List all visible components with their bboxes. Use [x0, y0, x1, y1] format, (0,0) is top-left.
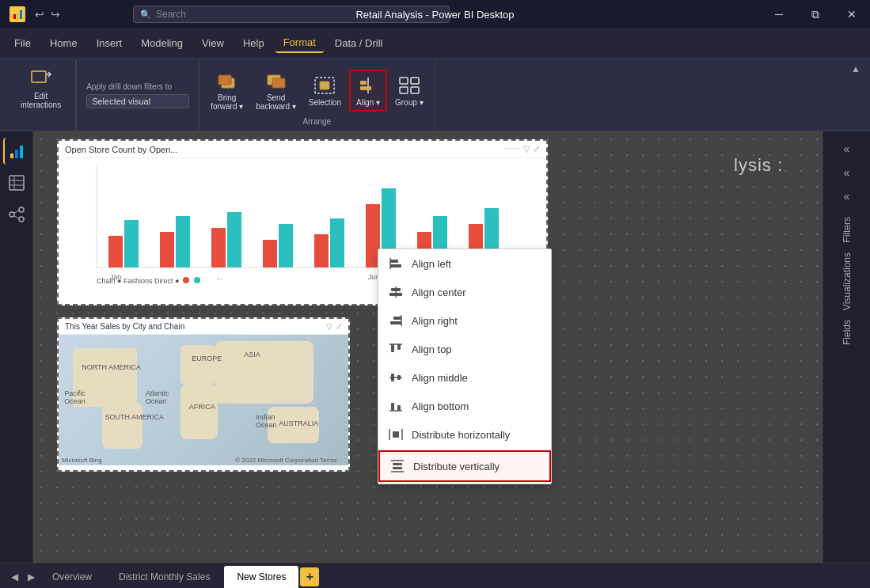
svg-rect-78 [393, 463, 402, 465]
svg-rect-15 [411, 78, 419, 84]
title-bar: ↩ ↪ Retail Analysis - Power BI Desktop 🔍… [0, 0, 870, 28]
align-center-icon [388, 284, 404, 300]
menu-help[interactable]: Help [235, 34, 272, 52]
edit-interactions-label: Editinteractions [21, 92, 61, 109]
selection-icon [312, 74, 337, 97]
chart-filter-icon[interactable]: ▽ [523, 144, 530, 154]
fields-panel-label[interactable]: Fields [842, 320, 853, 345]
right-panel: « « « Filters Visualizations Fields [823, 131, 870, 563]
redo-btn[interactable]: ↪ [51, 8, 60, 21]
align-bottom-icon [388, 398, 404, 414]
menu-data-drill[interactable]: Data / Drill [327, 34, 391, 52]
align-center-item[interactable]: Align center [378, 278, 551, 306]
map-label-pac: PacificOcean [64, 389, 85, 405]
svg-line-29 [14, 216, 19, 218]
svg-rect-21 [9, 176, 24, 190]
svg-rect-38 [263, 240, 277, 267]
align-label: Align ▾ [356, 98, 380, 107]
drill-down-group: Apply drill down filters to Selected vis… [77, 60, 199, 131]
svg-rect-41 [330, 218, 344, 267]
svg-rect-70 [391, 403, 394, 411]
close-btn[interactable]: ✕ [834, 0, 870, 28]
tab-new-stores[interactable]: New Stores [224, 566, 298, 588]
svg-rect-17 [411, 87, 419, 93]
report-view-icon[interactable] [3, 138, 30, 165]
model-view-icon[interactable] [3, 201, 30, 228]
align-btn[interactable]: Align ▾ [349, 70, 387, 112]
menu-insert[interactable]: Insert [89, 34, 131, 52]
svg-rect-54 [390, 260, 398, 263]
selection-btn[interactable]: Selection [304, 71, 346, 110]
tab-overview[interactable]: Overview [40, 566, 104, 588]
filters-panel-label[interactable]: Filters [842, 217, 853, 243]
align-left-item[interactable]: Align left [378, 249, 551, 278]
ribbon-interactions-group: Editinteractions Edit interactions [6, 60, 76, 131]
collapse-vis-btn[interactable]: « [836, 161, 858, 184]
map-visual: This Year Sales by City and Chain ▽ ⤢ [57, 317, 350, 472]
map-label-eu: EUROPE [192, 355, 222, 362]
svg-rect-64 [391, 344, 394, 352]
distribute-vertically-item[interactable]: Distribute vertically [378, 450, 551, 482]
app-icon [9, 6, 25, 22]
svg-rect-6 [218, 75, 231, 85]
svg-rect-79 [393, 467, 402, 469]
group-btn[interactable]: Group ▾ [390, 71, 428, 110]
map-copyright: © 2022 Microsoft Corporation Terms [235, 457, 336, 464]
send-backward-btn[interactable]: Sendbackward ▾ [251, 66, 301, 114]
svg-rect-4 [32, 71, 46, 82]
menu-modeling[interactable]: Modeling [133, 34, 191, 52]
page-tabs: ◀ ▶ Overview District Monthly Sales New … [0, 563, 870, 588]
align-icon [355, 74, 381, 97]
ribbon-collapse[interactable]: ▲ [848, 60, 864, 131]
chart-expand-icon[interactable]: ⤢ [533, 144, 540, 154]
distribute-horizontally-item[interactable]: Distribute horizontally [378, 420, 551, 449]
align-middle-item[interactable]: Align middle [378, 363, 551, 392]
map-label-sa: SOUTH AMERICA [105, 413, 165, 421]
undo-btn[interactable]: ↩ [35, 8, 44, 21]
visualizations-panel-label[interactable]: Visualizations [842, 252, 853, 310]
prev-page-btn[interactable]: ◀ [6, 571, 23, 582]
svg-rect-12 [360, 81, 367, 85]
svg-rect-13 [360, 86, 371, 90]
svg-text:...: ... [216, 273, 222, 281]
svg-rect-1 [13, 14, 16, 19]
window-controls: ─ ⧉ ✕ [761, 0, 870, 28]
svg-rect-59 [389, 293, 402, 296]
menu-home[interactable]: Home [42, 34, 85, 52]
align-bottom-item[interactable]: Align bottom [378, 392, 551, 420]
menu-view[interactable]: View [194, 34, 232, 52]
bring-forward-btn[interactable]: Bringforward ▾ [206, 66, 248, 114]
align-top-icon [388, 341, 404, 357]
canvas-area[interactable]: Open Store Count by Open... ⋯⋯ ▽ ⤢ [33, 131, 823, 563]
group-label: Group ▾ [395, 98, 424, 107]
align-middle-icon [388, 370, 404, 385]
data-view-icon[interactable] [3, 169, 30, 196]
restore-btn[interactable]: ⧉ [797, 0, 834, 28]
svg-point-26 [19, 207, 24, 212]
svg-line-28 [14, 211, 19, 213]
next-page-btn[interactable]: ▶ [23, 571, 40, 582]
edit-interactions-btn[interactable]: Editinteractions [13, 62, 69, 114]
svg-rect-40 [314, 234, 329, 267]
selection-label: Selection [309, 98, 341, 107]
svg-rect-18 [10, 154, 13, 158]
drill-down-select[interactable]: Selected visual [86, 94, 189, 108]
drill-down-label: Apply drill down filters to [86, 82, 189, 91]
minimize-btn[interactable]: ─ [761, 0, 797, 28]
align-top-item[interactable]: Align top [378, 335, 551, 363]
svg-rect-39 [279, 224, 293, 267]
arrange-group-label: Arrange [206, 117, 427, 127]
menu-file[interactable]: File [6, 34, 39, 52]
collapse-fields-btn[interactable]: « [836, 185, 858, 207]
map-footer-bing: Microsoft Bing [62, 457, 102, 464]
menu-format[interactable]: Format [275, 33, 324, 53]
tab-district-monthly-sales[interactable]: District Monthly Sales [106, 566, 222, 588]
map-filter-icon[interactable]: ▽ [326, 322, 332, 331]
group-icon [397, 74, 422, 97]
add-page-btn[interactable]: + [300, 567, 319, 586]
map-expand-icon[interactable]: ⤢ [336, 322, 342, 331]
svg-rect-16 [400, 87, 408, 93]
svg-rect-8 [272, 78, 285, 88]
align-right-item[interactable]: Align right [378, 306, 551, 335]
collapse-all-btn[interactable]: « [836, 138, 858, 160]
